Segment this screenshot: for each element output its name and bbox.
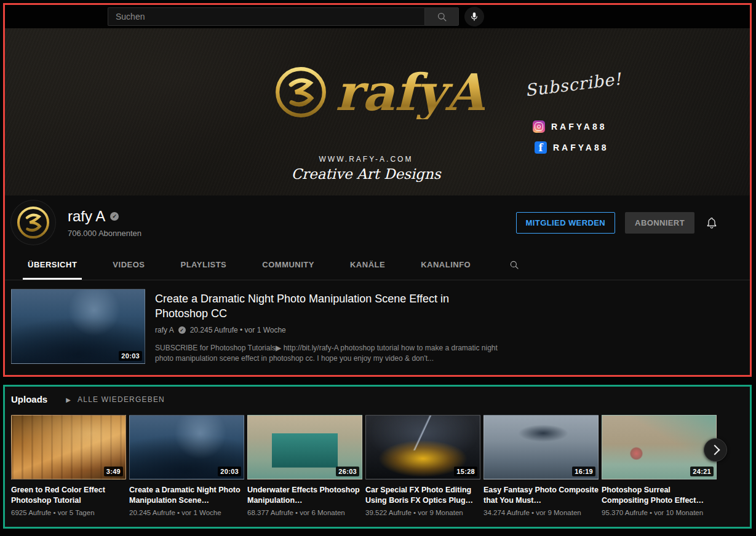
facebook-icon <box>535 141 547 154</box>
channel-avatar <box>11 200 55 245</box>
duration-badge: 20:03 <box>119 351 142 361</box>
uploads-heading: Uploads <box>11 394 47 404</box>
notifications-bell-button[interactable] <box>704 215 719 230</box>
duration-badge: 16:19 <box>572 467 595 476</box>
search-bar <box>108 7 459 26</box>
duration-badge: 24:21 <box>690 467 714 476</box>
banner-logo-swirl-icon <box>274 65 328 119</box>
youtube-channel-page: rafyA WWW.RAFY-A.COM Creative Art Design… <box>0 0 756 536</box>
video-card[interactable]: 24:21 Photoshop Surreal Compositing Phot… <box>602 415 717 516</box>
video-meta: 20.245 Aufrufe • vor 1 Woche <box>129 509 244 516</box>
duration-badge: 26:03 <box>336 467 359 476</box>
channel-banner: rafyA WWW.RAFY-A.COM Creative Art Design… <box>5 28 750 195</box>
topbar <box>5 5 750 28</box>
tab-uebersicht[interactable]: ÜBERSICHT <box>28 250 77 280</box>
uploads-header: Uploads ALLE WIEDERGEBEN <box>11 394 165 404</box>
banner-website: WWW.RAFY-A.COM <box>274 155 458 164</box>
play-icon <box>66 395 71 404</box>
channel-name: rafy A <box>68 208 105 225</box>
video-title[interactable]: Easy Fantasy Photo Composite that You Mu… <box>483 485 599 506</box>
subscriber-count: 706.000 Abonnenten <box>68 229 141 238</box>
banner-logo: rafyA <box>274 65 485 119</box>
tab-kanaele[interactable]: KANÄLE <box>350 250 385 280</box>
search-icon <box>509 259 520 270</box>
duration-badge: 15:28 <box>454 467 477 476</box>
tab-community[interactable]: COMMUNITY <box>262 250 314 280</box>
tab-playlists[interactable]: PLAYLISTS <box>180 250 226 280</box>
tab-videos[interactable]: VIDEOS <box>113 250 145 280</box>
video-card[interactable]: 3:49 Green to Red Color Effect Photoshop… <box>11 415 126 516</box>
featured-description: SUBSCRIBE for Photoshop Tutorials▶ http:… <box>155 343 515 364</box>
video-thumbnail[interactable]: 15:28 <box>365 415 480 479</box>
video-meta: 95.370 Aufrufe • vor 10 Monaten <box>602 509 717 516</box>
featured-title[interactable]: Create a Dramatic Night Photo Manipulati… <box>155 291 499 321</box>
banner-facebook-row: RAFYA88 <box>535 141 609 154</box>
microphone-icon <box>469 11 480 22</box>
video-title[interactable]: Create a Dramatic Night Photo Manipulati… <box>129 485 244 506</box>
chevron-right-icon <box>709 445 720 455</box>
subscribed-button[interactable]: ABONNIERT <box>625 212 694 234</box>
uploads-row: 3:49 Green to Red Color Effect Photoshop… <box>11 415 717 516</box>
video-card[interactable]: 26:03 Underwater Effects Photoshop Manip… <box>247 415 362 516</box>
play-all-label: ALLE WIEDERGEBEN <box>78 395 165 404</box>
banner-subscribe-script: Subscribe! <box>524 69 623 100</box>
verified-badge-icon <box>178 326 186 334</box>
search-input[interactable] <box>108 7 424 26</box>
video-thumbnail[interactable]: 3:49 <box>11 415 126 479</box>
video-meta: 6925 Aufrufe • vor 5 Tagen <box>11 509 126 516</box>
video-thumbnail[interactable]: 24:21 <box>602 415 717 479</box>
tab-kanalinfo[interactable]: KANALINFO <box>421 250 471 280</box>
mic-button[interactable] <box>464 7 484 26</box>
annotation-box-green: Uploads ALLE WIEDERGEBEN 3:49 Green to R… <box>3 385 752 529</box>
channel-meta: rafy A 706.000 Abonnenten <box>68 208 141 238</box>
tab-search-button[interactable] <box>509 250 520 280</box>
video-meta: 39.522 Aufrufe • vor 9 Monaten <box>365 509 480 516</box>
video-thumbnail[interactable]: 26:03 <box>247 415 362 479</box>
instagram-handle: RAFYA88 <box>551 122 607 132</box>
channel-actions: MITGLIED WERDEN ABONNIERT <box>516 212 719 234</box>
video-card[interactable]: 20:03 Create a Dramatic Night Photo Mani… <box>129 415 244 516</box>
join-button[interactable]: MITGLIED WERDEN <box>516 212 616 234</box>
annotation-box-red: rafyA WWW.RAFY-A.COM Creative Art Design… <box>3 3 752 377</box>
video-card[interactable]: 16:19 Easy Fantasy Photo Composite that … <box>483 415 599 516</box>
video-meta: 68.377 Aufrufe • vor 6 Monaten <box>247 509 362 516</box>
featured-stats: 20.245 Aufrufe • vor 1 Woche <box>190 326 286 334</box>
featured-meta: rafy A 20.245 Aufrufe • vor 1 Woche <box>155 326 515 334</box>
banner-logo-text: rafyA <box>335 65 485 119</box>
video-title[interactable]: Photoshop Surreal Compositing Photo Effe… <box>602 485 717 506</box>
instagram-icon <box>533 120 545 133</box>
video-card[interactable]: 15:28 Car Special FX Photo Editing Using… <box>365 415 480 516</box>
featured-info: Create a Dramatic Night Photo Manipulati… <box>155 289 515 364</box>
video-title[interactable]: Underwater Effects Photoshop Manipulatio… <box>247 485 362 506</box>
channel-header: rafy A 706.000 Abonnenten MITGLIED WERDE… <box>5 195 750 250</box>
banner-tagline: Creative Art Designs <box>274 166 458 182</box>
carousel-next-button[interactable] <box>704 438 727 462</box>
featured-video[interactable]: 20:03 Create a Dramatic Night Photo Mani… <box>11 289 515 364</box>
banner-instagram-row: RAFYA88 <box>533 120 607 133</box>
verified-badge-icon <box>110 212 119 221</box>
bell-icon <box>705 216 718 229</box>
facebook-handle: RAFYA88 <box>553 143 609 152</box>
play-all-button[interactable]: ALLE WIEDERGEBEN <box>66 395 165 404</box>
video-title[interactable]: Green to Red Color Effect Photoshop Tuto… <box>11 485 126 506</box>
search-icon <box>436 11 448 23</box>
video-thumbnail[interactable]: 20:03 <box>129 415 244 479</box>
featured-thumbnail[interactable]: 20:03 <box>11 289 145 364</box>
video-thumbnail[interactable]: 16:19 <box>483 415 599 479</box>
search-button[interactable] <box>424 7 459 26</box>
duration-badge: 20:03 <box>218 467 241 476</box>
featured-channel-link[interactable]: rafy A <box>155 326 174 334</box>
video-title[interactable]: Car Special FX Photo Editing Using Boris… <box>365 485 480 506</box>
channel-tabs: ÜBERSICHT VIDEOS PLAYLISTS COMMUNITY KAN… <box>5 250 750 280</box>
duration-badge: 3:49 <box>104 467 123 476</box>
video-meta: 34.274 Aufrufe • vor 9 Monaten <box>483 509 599 516</box>
